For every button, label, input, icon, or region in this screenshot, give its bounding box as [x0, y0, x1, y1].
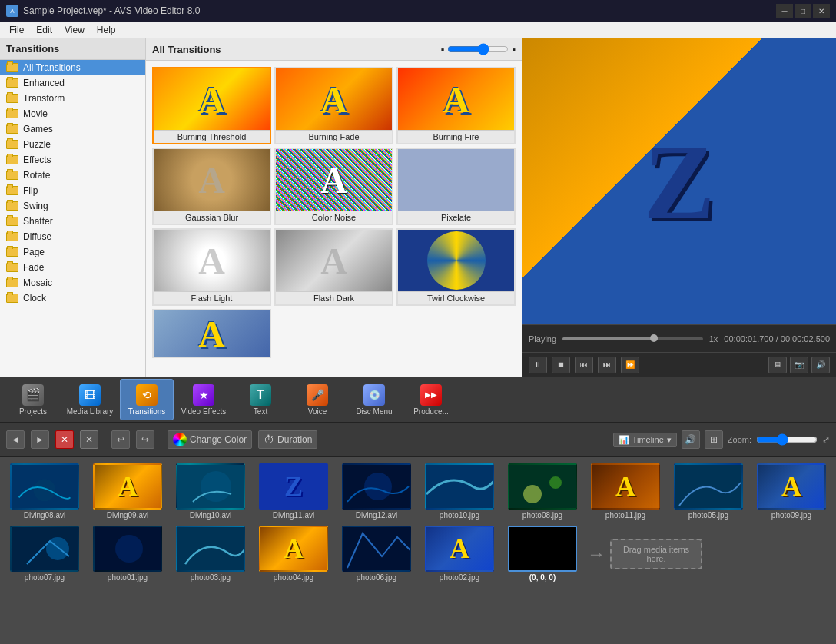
- voice-button[interactable]: 🎤 Voice: [290, 379, 344, 420]
- folder-icon: [6, 78, 18, 88]
- media-item-photo09[interactable]: A photo09.jpg: [753, 463, 830, 520]
- playback-time: 00:00:01.700 / 00:00:02.500: [724, 334, 830, 344]
- transition-flash-light[interactable]: A Flash Light: [152, 228, 271, 306]
- sidebar-item-swing[interactable]: Swing: [0, 198, 145, 214]
- media-item-photo06[interactable]: photo06.jpg: [338, 526, 415, 582]
- close-button[interactable]: ✕: [813, 4, 830, 18]
- media-library-icon: 🎞: [79, 384, 101, 406]
- transition-extra-1[interactable]: A: [152, 309, 271, 358]
- duration-button[interactable]: ⏱ Duration: [258, 430, 317, 449]
- zoom-slider[interactable]: [756, 433, 818, 446]
- sidebar-item-rotate[interactable]: Rotate: [0, 168, 145, 183]
- minimize-button[interactable]: ─: [776, 4, 793, 18]
- media-item-photo04[interactable]: A photo04.jpg: [255, 526, 332, 582]
- sidebar-item-effects[interactable]: Effects: [0, 152, 145, 168]
- sidebar-item-games[interactable]: Games: [0, 121, 145, 137]
- sidebar-item-mosaic[interactable]: Mosaic: [0, 275, 145, 290]
- playback-slider[interactable]: [562, 337, 703, 340]
- disc-menu-button[interactable]: 💿 Disc Menu: [347, 379, 401, 420]
- sidebar-item-enhanced[interactable]: Enhanced: [0, 75, 145, 91]
- sidebar-item-movie[interactable]: Movie: [0, 106, 145, 121]
- transition-twirl-clockwise[interactable]: Twirl Clockwise: [396, 228, 516, 306]
- screenshot-button[interactable]: 🖥: [768, 357, 787, 373]
- sidebar-item-diffuse[interactable]: Diffuse: [0, 229, 145, 244]
- transition-pixelate[interactable]: Pixelate: [396, 148, 516, 225]
- transitions-button[interactable]: ⟲ Transitions: [120, 379, 174, 420]
- media-thumb-photo11: A: [591, 463, 660, 510]
- redo-button[interactable]: ↪: [136, 430, 154, 449]
- voice-icon: 🎤: [307, 384, 328, 406]
- produce-button[interactable]: ▶▶ Produce...: [404, 379, 458, 420]
- transition-burning-fire[interactable]: A Burning Fire: [396, 67, 516, 144]
- sidebar-item-fade[interactable]: Fade: [0, 260, 145, 275]
- media-item-diving10[interactable]: Diving10.avi: [172, 463, 249, 520]
- media-name-photo10: photo10.jpg: [440, 511, 479, 520]
- maximize-button[interactable]: □: [795, 4, 811, 18]
- drag-zone[interactable]: Drag media items here.: [610, 539, 702, 569]
- sidebar-item-page[interactable]: Page: [0, 244, 145, 260]
- media-item-diving08[interactable]: Diving08.avi: [6, 463, 83, 520]
- transition-thumb-twirl: [398, 230, 514, 291]
- media-item-photo07[interactable]: photo07.jpg: [6, 526, 83, 582]
- media-item-diving09[interactable]: A Diving09.avi: [89, 463, 166, 520]
- media-name-photo03: photo03.jpg: [191, 573, 231, 582]
- nav-fwd-button[interactable]: ►: [31, 430, 49, 449]
- stop-button[interactable]: ⏹: [552, 357, 570, 373]
- volume-button[interactable]: 🔊: [811, 357, 830, 373]
- media-item-diving11[interactable]: Z Diving11.avi: [255, 463, 332, 520]
- transition-label-twirl: Twirl Clockwise: [398, 291, 514, 304]
- projects-button[interactable]: 🎬 Projects: [6, 379, 60, 420]
- nav-cancel-button[interactable]: ✕: [55, 430, 74, 449]
- grid-size-slider[interactable]: [447, 43, 509, 55]
- audio-button[interactable]: 🔊: [682, 430, 700, 449]
- video-effects-button[interactable]: ★ Video Effects: [177, 379, 231, 420]
- transition-burning-threshold[interactable]: A Burning Threshold: [152, 67, 271, 144]
- media-library-button[interactable]: 🎞 Media Library: [63, 379, 117, 420]
- text-button[interactable]: T Text: [234, 379, 287, 420]
- transition-thumb-burning-fire: A: [398, 68, 514, 130]
- drag-arrow-icon: →: [587, 543, 605, 565]
- transition-gaussian-blur[interactable]: A Gaussian Blur: [152, 148, 271, 225]
- transition-label-burning-threshold: Burning Threshold: [154, 130, 270, 143]
- sidebar-item-transform[interactable]: Transform: [0, 91, 145, 106]
- media-item-photo10[interactable]: photo10.jpg: [421, 463, 498, 520]
- media-thumb-photo08: [508, 463, 577, 510]
- timeline-right-controls: 📊 Timeline ▾ 🔊 ⊞ Zoom: ⤢: [613, 430, 830, 449]
- expand-icon[interactable]: ⤢: [822, 434, 830, 445]
- media-item-photo01[interactable]: photo01.jpg: [89, 526, 166, 582]
- menu-view[interactable]: View: [58, 23, 91, 37]
- media-item-photo02[interactable]: A photo02.jpg: [421, 526, 498, 582]
- transition-color-noise[interactable]: A Color Noise: [274, 148, 393, 225]
- sidebar-item-puzzle[interactable]: Puzzle: [0, 137, 145, 152]
- grid-toggle-button[interactable]: ⊞: [705, 430, 723, 449]
- media-item-photo03[interactable]: photo03.jpg: [172, 526, 249, 582]
- view-toggle-button[interactable]: 📊 Timeline ▾: [613, 433, 677, 447]
- transition-burning-fade[interactable]: A Burning Fade: [274, 67, 393, 144]
- pause-button[interactable]: ⏸: [529, 357, 547, 373]
- media-item-black[interactable]: (0, 0, 0): [504, 526, 581, 582]
- sidebar-item-shatter[interactable]: Shatter: [0, 214, 145, 229]
- forward-button[interactable]: ⏩: [621, 357, 639, 373]
- toolbar: 🎬 Projects 🎞 Media Library ⟲ Transitions…: [0, 377, 836, 423]
- media-item-diving12[interactable]: Diving12.avi: [338, 463, 415, 520]
- nav-back-button[interactable]: ◄: [6, 430, 25, 449]
- media-thumb-diving11: Z: [259, 463, 328, 510]
- sidebar-item-flip[interactable]: Flip: [0, 183, 145, 198]
- menu-edit[interactable]: Edit: [30, 23, 58, 37]
- next-button[interactable]: ⏭: [598, 357, 616, 373]
- media-item-photo05[interactable]: photo05.jpg: [670, 463, 747, 520]
- transition-flash-dark[interactable]: A Flash Dark: [274, 228, 393, 306]
- camera-button[interactable]: 📷: [790, 357, 808, 373]
- folder-icon: [6, 232, 18, 241]
- media-item-photo08[interactable]: photo08.jpg: [504, 463, 581, 520]
- media-thumb-photo01: [93, 526, 162, 572]
- change-color-button[interactable]: Change Color: [168, 430, 252, 449]
- nav-cancel2-button[interactable]: ✕: [80, 430, 98, 449]
- prev-button[interactable]: ⏮: [575, 357, 593, 373]
- menu-file[interactable]: File: [3, 23, 30, 37]
- sidebar-item-clock[interactable]: Clock: [0, 290, 145, 306]
- sidebar-item-all-transitions[interactable]: All Transitions: [0, 60, 145, 75]
- menu-help[interactable]: Help: [91, 23, 122, 37]
- undo-button[interactable]: ↩: [111, 430, 130, 449]
- media-item-photo11[interactable]: A photo11.jpg: [587, 463, 664, 520]
